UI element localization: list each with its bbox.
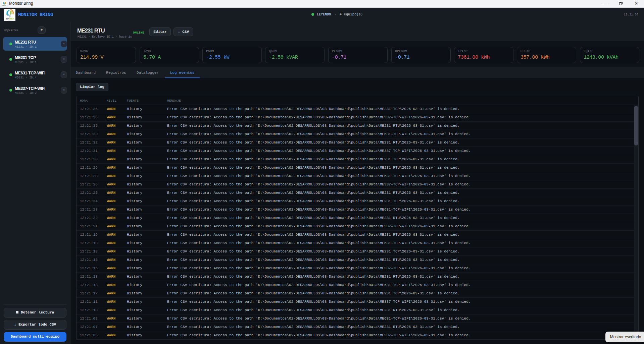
svg-text:BRING: BRING	[2, 5, 6, 6]
svg-text:Ingeniería: Ingeniería	[8, 20, 12, 21]
